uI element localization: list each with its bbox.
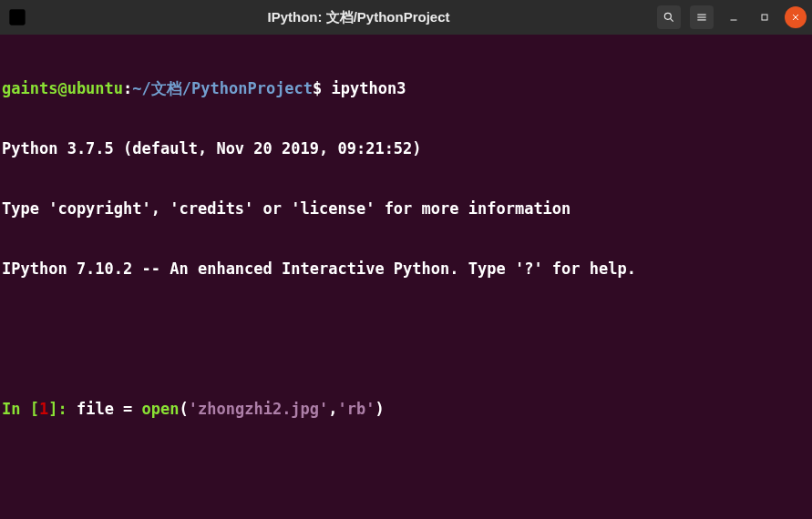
prompt-dollar: $ [313, 79, 322, 97]
hamburger-icon [695, 11, 708, 24]
svg-point-3 [664, 13, 671, 19]
minimize-icon [728, 12, 739, 23]
close-icon [790, 12, 801, 23]
search-icon [663, 11, 675, 24]
shell-command: ipython3 [332, 79, 406, 97]
new-tab-icon [5, 5, 29, 29]
ipython-in-1: In [1]: file = open('zhongzhi2.jpg','rb'… [2, 399, 810, 419]
search-button[interactable] [657, 5, 681, 29]
prompt-path: ~/文档/PythonProject [132, 79, 313, 97]
banner-line: Type 'copyright', 'credits' or 'license'… [2, 198, 810, 219]
terminal-viewport[interactable]: gaints@ubuntu:~/文档/PythonProject$ ipytho… [0, 35, 812, 519]
maximize-button[interactable] [754, 6, 776, 28]
maximize-icon [759, 12, 770, 23]
close-button[interactable] [785, 6, 807, 28]
svg-line-4 [670, 18, 673, 21]
banner-line: Python 3.7.5 (default, Nov 20 2019, 09:2… [2, 138, 810, 158]
svg-rect-9 [762, 15, 767, 20]
svg-rect-0 [9, 9, 25, 25]
blank-line [2, 459, 810, 479]
blank-line [2, 319, 810, 339]
new-tab-button[interactable] [5, 5, 29, 29]
window-title: IPython: 文档/PythonProject [66, 9, 652, 26]
minimize-button[interactable] [723, 6, 745, 28]
menu-button[interactable] [690, 5, 714, 29]
window-titlebar: IPython: 文档/PythonProject [0, 0, 812, 35]
prompt-user-host: gaints@ubuntu [2, 79, 123, 97]
shell-prompt-line: gaints@ubuntu:~/文档/PythonProject$ ipytho… [2, 78, 810, 98]
banner-line: IPython 7.10.2 -- An enhanced Interactiv… [2, 259, 810, 279]
